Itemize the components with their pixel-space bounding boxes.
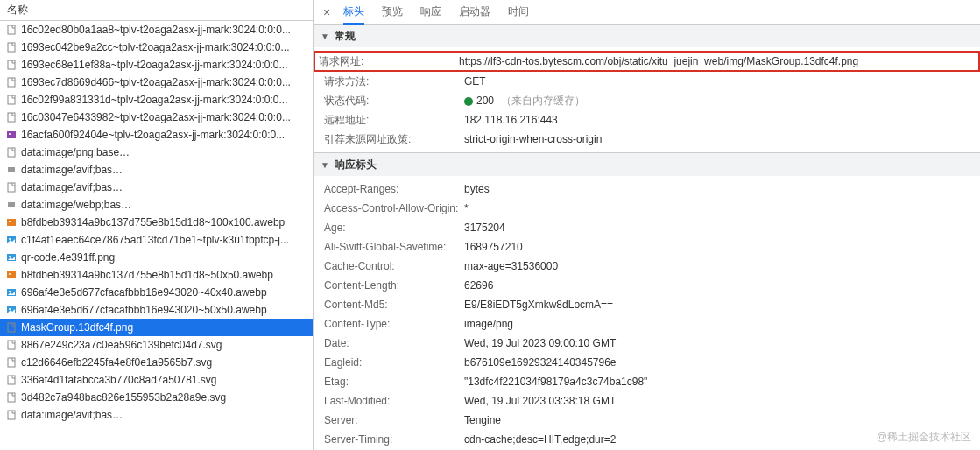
resource-name: c1f4af1eaec64ce78675ad13fcd71be1~tplv-k3… [21,234,289,246]
file-icon [5,356,18,369]
header-value: strict-origin-when-cross-origin [464,132,969,146]
resource-item[interactable]: 16acfa600f92404e~tplv-t2oaga2asx-jj-mark… [0,126,313,144]
resource-name: 1693ec042be9a2cc~tplv-t2oaga2asx-jj-mark… [21,41,290,53]
resource-item[interactable]: 696af4e3e5d677cfacafbbb16e943020~40x40.a… [0,284,313,301]
resource-item[interactable]: data:image/png;base… [0,144,313,161]
svg-point-7 [9,133,11,135]
header-key: Access-Control-Allow-Origin: [324,201,464,215]
resource-item[interactable]: 696af4e3e5d677cfacafbbb16e943020~50x50.a… [0,301,313,319]
resource-item[interactable]: 16c02f99a831331d~tplv-t2oaga2asx-jj-mark… [0,91,313,109]
header-row: 状态代码:200（来自内存缓存） [314,91,980,110]
resource-name: 16c02ed80b0a1aa8~tplv-t2oaga2asx-jj-mark… [21,24,291,36]
resource-item[interactable]: MaskGroup.13dfc4f.png [0,319,313,336]
resource-name: data:image/png;base… [21,146,130,158]
tab[interactable]: 预览 [373,0,412,25]
svg-point-19 [9,273,11,275]
resource-item[interactable]: data:image/avif;bas… [0,179,313,196]
file-icon [5,409,18,421]
svg-rect-8 [8,148,15,157]
header-value: bytes [464,182,969,196]
file-icon [5,304,18,316]
network-request-list: 名称 16c02ed80b0a1aa8~tplv-t2oaga2asx-jj-m… [0,0,314,450]
resource-name: 8867e249c23a7c0ea596c139befc04d7.svg [21,339,222,351]
header-key: Age: [324,221,464,235]
tabs: × 标头预览响应启动器时间 [314,0,980,25]
resource-item[interactable]: c12d6646efb2245fa4e8f0e1a9565b7.svg [0,354,313,371]
resource-item[interactable]: data:image/avif;bas… [0,406,313,424]
header-value: max-age=31536000 [464,259,969,273]
header-row: Content-Type:image/png [314,314,980,334]
file-icon [5,339,18,351]
svg-point-15 [9,238,11,240]
svg-rect-29 [8,411,15,419]
resource-item[interactable]: b8fdbeb39314a9bc137d755e8b15d1d8~100x100… [0,214,313,231]
file-icon [5,59,18,71]
header-key: Date: [324,336,464,350]
resource-name: qr-code.4e391ff.png [21,251,115,264]
file-icon [5,94,18,106]
resource-name: 1693ec7d8669d466~tplv-t2oaga2asx-jj-mark… [21,76,291,88]
svg-rect-1 [8,43,15,52]
resource-item[interactable]: b8fdbeb39314a9bc137d755e8b15d1d8~50x50.a… [0,266,313,284]
resource-name: b8fdbeb39314a9bc137d755e8b15d1d8~50x50.a… [21,269,273,281]
resource-item[interactable]: 336af4d1fafabcca3b770c8ad7a50781.svg [0,371,313,389]
svg-rect-28 [8,393,15,402]
svg-rect-4 [8,95,15,104]
header-key: Cache-Control: [324,259,464,273]
header-row: Cache-Control:max-age=31536000 [314,257,980,276]
header-row: Access-Control-Allow-Origin:* [314,199,980,218]
resource-name: 16acfa600f92404e~tplv-t2oaga2asx-jj-mark… [21,129,285,141]
resource-item[interactable]: 16c02ed80b0a1aa8~tplv-t2oaga2asx-jj-mark… [0,21,313,39]
resource-item[interactable]: 3d482c7a948bac826e155953b2a28a9e.svg [0,389,313,406]
resource-name: data:image/avif;bas… [21,164,123,176]
header-value: image/png [464,317,969,331]
header-row: Accept-Ranges:bytes [314,179,980,199]
header-row: 请求方法:GET [314,72,980,91]
file-icon [5,76,18,88]
resource-item[interactable]: 1693ec042be9a2cc~tplv-t2oaga2asx-jj-mark… [0,39,313,56]
svg-point-23 [9,308,11,310]
resource-item[interactable]: qr-code.4e391ff.png [0,249,313,266]
file-icon [5,181,18,193]
header-key: Server: [324,413,464,427]
resource-item[interactable]: 1693ec68e11ef88a~tplv-t2oaga2asx-jj-mark… [0,56,313,74]
header-value: 3175204 [464,221,969,235]
header-key: Eagleid: [324,355,464,369]
tab[interactable]: 时间 [499,0,538,25]
tab[interactable]: 响应 [412,0,450,25]
resource-name: 16c02f99a831331d~tplv-t2oaga2asx-jj-mark… [21,94,288,106]
file-icon [5,164,18,176]
header-key: Content-Md5: [324,298,464,312]
section-header-response[interactable]: ▼ 响应标头 [314,153,980,176]
file-icon [5,41,18,53]
svg-rect-26 [8,358,15,367]
tab[interactable]: 标头 [335,0,373,25]
resource-item[interactable]: c1f4af1eaec64ce78675ad13fcd71be1~tplv-k3… [0,231,313,249]
svg-rect-24 [8,323,15,332]
header-value: 1689757210 [464,240,969,254]
svg-point-21 [9,291,11,292]
tab[interactable]: 启动器 [450,0,499,25]
resource-name: 336af4d1fafabcca3b770c8ad7a50781.svg [21,374,217,386]
file-icon [5,391,18,404]
header-key: Last-Modified: [324,394,464,408]
svg-point-13 [9,221,11,222]
section-header-general[interactable]: ▼ 常规 [314,25,980,47]
resource-item[interactable]: data:image/avif;bas… [0,161,313,179]
section-title: 常规 [335,29,356,44]
resource-item[interactable]: 16c03047e6433982~tplv-t2oaga2asx-jj-mark… [0,109,313,126]
header-value: Wed, 19 Jul 2023 03:38:18 GMT [464,394,969,408]
file-icon [5,269,18,281]
svg-rect-0 [8,25,15,34]
file-icon [5,321,18,334]
svg-rect-5 [8,113,15,122]
resource-item[interactable]: 8867e249c23a7c0ea596c139befc04d7.svg [0,336,313,354]
column-header-name[interactable]: 名称 [0,0,313,21]
header-key: 状态代码: [324,94,464,108]
status-dot-icon [464,97,473,106]
resource-item[interactable]: 1693ec7d8669d466~tplv-t2oaga2asx-jj-mark… [0,74,313,91]
file-icon [5,251,18,264]
close-icon[interactable]: × [319,4,335,20]
file-icon [5,234,18,246]
resource-item[interactable]: data:image/webp;bas… [0,196,313,214]
